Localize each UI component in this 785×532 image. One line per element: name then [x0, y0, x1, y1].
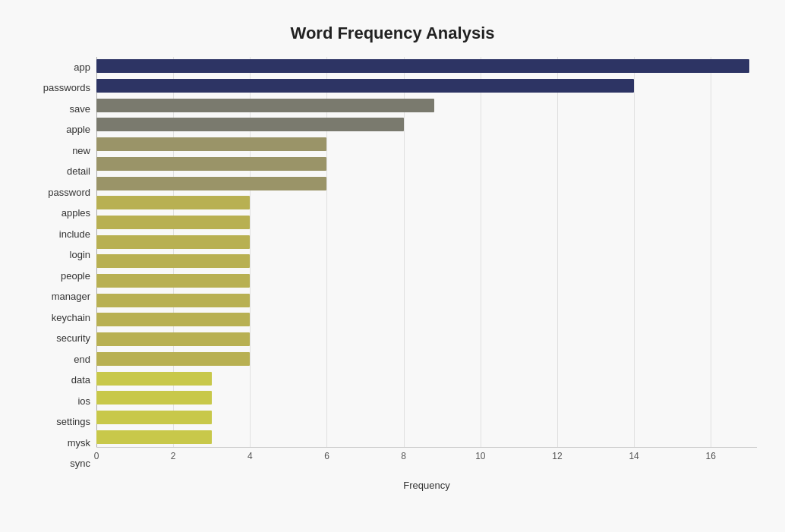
bar-row [96, 193, 757, 212]
bar-row [96, 349, 757, 369]
y-label: ios [28, 396, 90, 406]
y-label: mysk [28, 438, 90, 448]
bar [96, 274, 250, 288]
y-label: security [28, 333, 90, 343]
bar [96, 313, 250, 326]
x-tick-label: 0 [94, 448, 99, 461]
x-tick-label: 8 [401, 448, 406, 461]
x-ticks: 0246810121416 [96, 448, 757, 474]
y-label: save [28, 104, 90, 114]
bars-wrapper [96, 57, 757, 447]
y-label: app [28, 62, 90, 72]
bar [96, 216, 250, 229]
y-label: passwords [28, 83, 90, 93]
bar-row [96, 96, 757, 115]
bar-row [96, 408, 757, 427]
x-tick-label: 12 [552, 448, 562, 461]
y-labels: apppasswordssaveapplenewdetailpasswordap… [28, 57, 96, 474]
y-label: password [28, 187, 90, 197]
x-tick-label: 6 [324, 448, 329, 461]
bar-row [96, 388, 757, 408]
x-tick-label: 2 [171, 448, 176, 461]
bar [96, 137, 326, 151]
bar [96, 99, 434, 112]
bar-row [96, 310, 757, 330]
bar [96, 332, 250, 346]
bar-row [96, 232, 757, 252]
bars-and-x: 0246810121416 Frequency [96, 57, 757, 474]
bar [96, 196, 250, 209]
x-axis: 0246810121416 Frequency [96, 447, 757, 474]
bar-row [96, 427, 757, 447]
y-label: manager [28, 291, 90, 301]
y-label: people [28, 271, 90, 281]
bar-row [96, 154, 757, 174]
x-axis-label: Frequency [96, 480, 757, 491]
bar-row [96, 76, 757, 96]
bar [96, 79, 634, 93]
y-label: sync [28, 458, 90, 468]
bar-row [96, 329, 757, 349]
chart-container: Word Frequency Analysis apppasswordssave… [13, 8, 772, 524]
y-label: apple [28, 124, 90, 134]
bar [96, 157, 326, 171]
bar [96, 59, 749, 73]
x-tick-label: 14 [629, 448, 638, 461]
bar [96, 372, 212, 386]
y-label: end [28, 354, 90, 364]
y-label: login [28, 250, 90, 260]
bar-row [96, 291, 757, 310]
bar-row [96, 271, 757, 291]
y-label: detail [28, 166, 90, 176]
x-tick-label: 10 [475, 448, 485, 461]
y-label: data [28, 375, 90, 385]
bar [96, 352, 250, 366]
bar [96, 118, 404, 131]
y-label: settings [28, 417, 90, 427]
bars-grid [96, 57, 757, 447]
bar [96, 254, 250, 268]
x-tick-label: 16 [706, 448, 716, 461]
y-label: include [28, 229, 90, 239]
y-label: new [28, 146, 90, 156]
bar-row [96, 57, 757, 77]
y-label: keychain [28, 313, 90, 323]
bar [96, 411, 212, 424]
bar-row [96, 115, 757, 135]
bar [96, 294, 250, 307]
chart-title: Word Frequency Analysis [28, 24, 757, 43]
bar [96, 177, 326, 190]
bar-row [96, 369, 757, 389]
bar-row [96, 134, 757, 154]
bar-row [96, 252, 757, 272]
bar-row [96, 212, 757, 232]
bar-row [96, 174, 757, 194]
y-label: apples [28, 208, 90, 218]
bar [96, 430, 212, 444]
bar [96, 391, 212, 405]
bar [96, 235, 250, 249]
x-tick-label: 4 [247, 448, 253, 461]
chart-area: apppasswordssaveapplenewdetailpasswordap… [28, 57, 757, 474]
